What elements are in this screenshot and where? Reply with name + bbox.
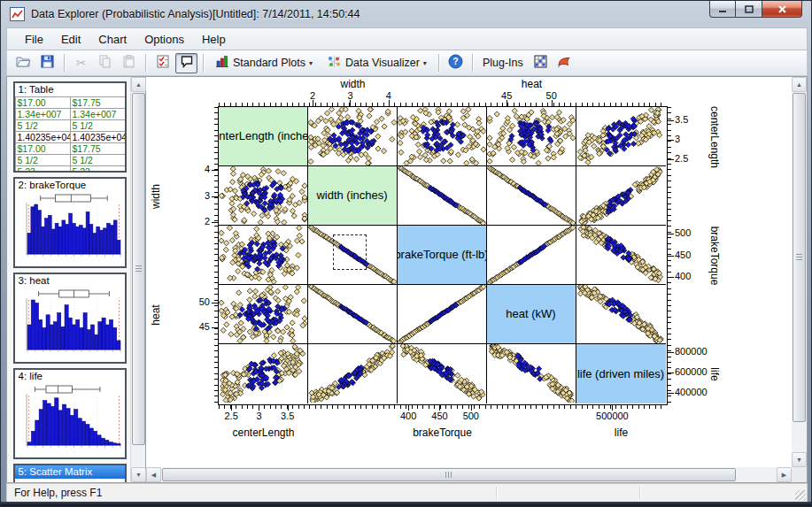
menu-item-file[interactable]: File [16,30,52,49]
bar-chart-icon [215,55,229,72]
axis-label-top-width: width [340,78,365,90]
major-tick [667,256,674,257]
scatter-cell-brakeTorque-vs-centerLength[interactable] [219,226,308,285]
variable-label: heat (kW) [487,285,576,343]
scatter-matrix-canvas: centerLength (inches)width (inches)brake… [146,77,792,467]
standard-plots-dropdown[interactable]: Standard Plots ▾ [209,53,319,73]
major-tick [408,404,409,411]
title-bar[interactable]: Data Explorer (Probabilistic Analysis)[U… [1,1,811,27]
scatter-cell-heat-vs-life[interactable] [576,285,666,344]
close-button[interactable] [762,1,802,18]
scrollbar-thumb[interactable] [162,468,736,481]
tick-label: 50 [183,296,210,307]
gallery-item-3[interactable]: 3: heat [13,273,127,364]
paste-icon [123,55,135,72]
plugin-flag-button[interactable] [553,53,576,73]
axis-label-top-heat: heat [522,78,542,90]
save-icon [41,55,54,72]
scatter-cell-life-vs-brakeTorque[interactable] [398,344,487,403]
mini-table-cell: 1.34e+007 [70,109,125,120]
axis-label-bottom-life: life [615,426,628,439]
gallery-item-2[interactable]: 2: brakeTorque [13,177,127,268]
menu-item-help[interactable]: Help [193,30,235,49]
axis-label-bottom-brakeTorque: brakeTorque [413,426,472,439]
scrollbar-thumb[interactable] [132,93,145,445]
chevron-down-icon: ▾ [423,59,427,67]
tick-label: 600000 [675,366,708,377]
scatter-cell-heat-vs-brakeTorque[interactable] [398,285,487,344]
gallery-item-1[interactable]: 1: Table$17.00$17.751.34e+0071.34e+0075 … [13,81,127,173]
main-plot-area: centerLength (inches)width (inches)brake… [146,76,808,483]
scatter-cell-life-vs-heat[interactable] [487,344,576,403]
tick-label: 4 [183,164,210,174]
paste-button[interactable] [118,53,140,73]
scatter-cell-width-vs-brakeTorque[interactable] [398,166,487,226]
scatter-cell-centerLength-vs-life[interactable] [576,107,666,166]
scatter-cell-width-vs-life[interactable] [576,166,666,226]
checklist-button[interactable] [151,53,174,73]
major-tick [667,373,674,373]
scatter-cell-brakeTorque-vs-heat[interactable] [487,226,576,285]
help-button[interactable]: ? [445,53,467,73]
scatter-cell-brakeTorque-vs-width[interactable] [308,226,398,285]
scroll-left-arrow[interactable]: ◀ [146,467,161,482]
histogram-thumbnail [15,288,125,362]
tick-label: 45 [183,321,210,332]
tick-label: 500 [463,411,479,421]
minimize-button[interactable] [709,1,736,18]
scatter-cell-heat-vs-width[interactable] [308,285,398,344]
gallery-item-title: 3: heat [15,274,125,288]
scatter-cell-life-vs-centerLength[interactable] [219,344,308,403]
scrollbar-thumb[interactable] [793,93,806,422]
scatter-cell-centerLength-vs-width[interactable] [308,107,398,166]
menu-item-edit[interactable]: Edit [52,30,89,49]
selection-rectangle[interactable] [333,234,367,270]
major-tick [439,404,440,411]
mini-table-cell: $17.75 [70,97,125,109]
gallery-item-5[interactable]: 5: Scatter Matrix [13,464,127,482]
scatter-cell-life-vs-width[interactable] [308,344,398,403]
data-visualizer-dropdown[interactable]: Data Visualizer ▾ [321,53,433,73]
vertical-scrollbar[interactable]: ▲ ▼ [792,77,807,467]
scatter-cell-width-vs-centerLength[interactable] [219,166,308,226]
resize-grip[interactable] [795,490,806,501]
scroll-right-arrow[interactable]: ▶ [777,467,792,482]
mini-table-cell: 5.23 [15,166,70,173]
scroll-down-arrow[interactable]: ▼ [792,452,807,467]
sidebar-scrollbar[interactable]: ▲ ▼ [130,77,145,482]
scatter-cell-centerLength-vs-heat[interactable] [487,107,576,166]
comment-button[interactable] [175,53,197,73]
menu-item-options[interactable]: Options [135,30,193,49]
plugin-grid-button[interactable] [530,53,552,73]
save-button[interactable] [36,53,58,73]
app-window: Data Explorer (Probabilistic Analysis)[U… [0,0,812,507]
tick-label: 3 [256,411,261,421]
major-tick [231,404,232,411]
maximize-button[interactable] [736,1,762,18]
gallery-item-4[interactable]: 4: life [13,368,127,459]
standard-plots-label: Standard Plots [233,57,305,69]
open-button[interactable] [12,53,35,73]
grid-plugin-icon [534,55,547,72]
toolbar-separator [64,54,65,72]
copy-button[interactable] [94,53,116,73]
scatter-cell-brakeTorque-vs-life[interactable] [576,226,666,285]
scatter-cell-width-vs-heat[interactable] [487,166,576,226]
cut-button[interactable]: ✂ [70,53,92,73]
tick-label: 3 [183,190,210,201]
scatter-cell-centerLength-vs-brakeTorque[interactable] [398,107,487,166]
major-tick [313,100,313,107]
tick-label: 400 [400,411,416,421]
major-tick [389,100,390,107]
menu-item-chart[interactable]: Chart [89,30,135,49]
scroll-down-arrow[interactable]: ▼ [131,467,146,482]
scroll-up-arrow[interactable]: ▲ [792,77,807,92]
tick-label: 3.5 [675,114,688,125]
tick-label: 2.5 [224,411,237,421]
scatter-cell-heat-vs-centerLength[interactable] [219,285,308,344]
scroll-up-arrow[interactable]: ▲ [131,77,146,92]
status-bar: For Help, press F1 [6,483,808,503]
horizontal-scrollbar[interactable]: ◀ ▶ [146,467,792,482]
tick-label: 3 [675,134,680,144]
toolbar-separator [472,54,473,72]
